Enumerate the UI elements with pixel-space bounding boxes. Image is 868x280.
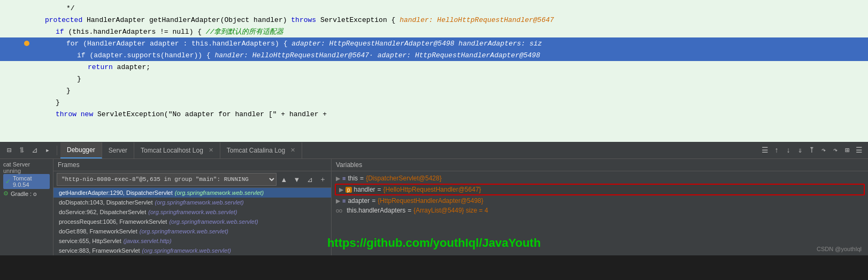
frame-class: (javax.servlet.http) <box>124 238 172 244</box>
variable-item[interactable]: oo this.handlerAdapters = {ArrayList@544… <box>332 206 868 215</box>
tab-tomcat-localhost-label: Tomcat Localhost Log <box>141 147 203 154</box>
var-equals: = <box>408 207 411 214</box>
table-icon[interactable]: ⊞ <box>841 145 853 156</box>
code-line: */ <box>0 2 868 14</box>
variables-list: ▶ ≡ this = {DispatcherServlet@5428} ▶ p … <box>332 171 868 255</box>
code-content: throw new ServletException("No adapter f… <box>32 110 327 118</box>
frame-class: (org.springframework.web.servlet) <box>169 218 258 225</box>
gradle-label: Gradle : o <box>11 191 36 197</box>
tab-tomcat-catalina[interactable]: Tomcat Catalina Log ✕ <box>220 142 302 158</box>
var-param-icon: p <box>345 187 352 193</box>
frame-item[interactable]: getHandlerAdapter:1290, DispatcherServle… <box>53 188 331 198</box>
var-field-icon: ≡ <box>342 175 345 181</box>
tab-tomcat-localhost-close[interactable]: ✕ <box>209 147 213 154</box>
frames-toolbar: "http-nio-8080-exec-8"@5,635 in group "m… <box>53 171 331 188</box>
code-line: throw new ServletException("No adapter f… <box>0 108 868 120</box>
main-content: cat Server unning ✓ Tomcat 9.0.54 ⚙ Grad… <box>0 159 868 255</box>
server-panel: cat Server unning ✓ Tomcat 9.0.54 ⚙ Grad… <box>0 159 53 255</box>
tab-server[interactable]: Server <box>102 142 134 158</box>
frame-item[interactable]: doService:962, DispatcherServlet (org.sp… <box>53 207 331 217</box>
frame-item[interactable]: doGet:898, FrameworkServlet (org.springf… <box>53 226 331 236</box>
code-line: return adapter; <box>0 61 868 73</box>
code-content: } <box>32 75 81 83</box>
thread-selector[interactable]: "http-nio-8080-exec-8"@5,635 in group "m… <box>57 173 276 186</box>
var-value: {HelloHttpRequestHandler@5647} <box>383 186 481 193</box>
code-line: } <box>0 96 868 108</box>
tomcat-label: Tomcat 9.0.54 <box>13 175 48 188</box>
frame-class: (org.springframework.web.servlet) <box>148 209 237 215</box>
line-dot-breakpoint <box>21 41 32 46</box>
code-line: if (this.handlerAdapters != null) { //拿到… <box>0 26 868 37</box>
code-editor: */ protected HandlerAdapter getHandlerAd… <box>0 0 868 142</box>
var-expand-arrow[interactable]: ▶ <box>336 175 340 182</box>
code-content: } <box>32 87 71 95</box>
tomcat-item[interactable]: ✓ Tomcat 9.0.54 <box>3 174 50 189</box>
tab-debugger-label: Debugger <box>67 146 95 154</box>
variable-item[interactable]: ▶ ≡ adapter = {HttpRequestHandlerAdapter… <box>332 196 868 206</box>
separator <box>57 146 57 155</box>
tab-debugger[interactable]: Debugger <box>60 142 102 158</box>
frame-filter-button[interactable]: ⊿ <box>304 174 315 185</box>
var-expand-arrow[interactable]: ▶ <box>339 186 343 193</box>
step-icon[interactable]: ⥮ <box>16 145 28 156</box>
debugger-panel: ⊟ ⥮ ⊿ ▸ Debugger Server Tomcat Localhost… <box>0 142 868 255</box>
gear-icon: ⚙ <box>3 190 9 197</box>
step-over-icon[interactable]: ↷ <box>829 145 841 156</box>
tab-tomcat-catalina-close[interactable]: ✕ <box>290 147 295 154</box>
download-icon[interactable]: ↓ <box>782 145 794 156</box>
more-icon[interactable]: ▸ <box>42 145 53 156</box>
tab-tomcat-localhost[interactable]: Tomcat Localhost Log ✕ <box>134 142 220 158</box>
code-line: protected HandlerAdapter getHandlerAdapt… <box>0 14 868 26</box>
var-equals: = <box>372 197 375 205</box>
frames-header: Frames <box>53 159 331 171</box>
code-line: } <box>0 73 868 85</box>
server-status-label: unning <box>3 168 50 174</box>
code-line-highlighted-2: if (adapter.supports(handler)) { handler… <box>0 49 868 61</box>
variables-panel: Variables ▶ ≡ this = {DispatcherServlet@… <box>332 159 868 255</box>
code-line: } <box>0 85 868 96</box>
frame-up-button[interactable]: ▲ <box>279 174 289 185</box>
frames-list: getHandlerAdapter:1290, DispatcherServle… <box>53 188 331 255</box>
var-equals: = <box>378 186 381 193</box>
frame-add-button[interactable]: ＋ <box>317 174 328 185</box>
var-name: this <box>348 175 358 182</box>
tab-server-label: Server <box>109 147 127 154</box>
frame-item[interactable]: processRequest:1006, FrameworkServlet (o… <box>53 217 331 226</box>
gradle-item[interactable]: ⚙ Gradle : o <box>3 189 50 198</box>
code-content: return adapter; <box>32 63 150 71</box>
frame-item[interactable]: doDispatch:1043, DispatcherServlet (org.… <box>53 198 331 207</box>
code-line-highlighted: for (HandlerAdapter adapter : this.handl… <box>0 37 868 49</box>
check-icon: ✓ <box>5 178 11 185</box>
var-equals: = <box>360 175 364 182</box>
frame-down-button[interactable]: ▼ <box>291 174 302 185</box>
debugger-toolbar: ⊟ ⥮ ⊿ ▸ Debugger Server Tomcat Localhost… <box>0 142 868 159</box>
variables-header: Variables <box>332 159 868 171</box>
var-value: {HttpRequestHandlerAdapter@5498} <box>378 197 483 205</box>
filter-icon[interactable]: ⊿ <box>29 145 41 156</box>
var-value: {ArrayList@5449} size = 4 <box>413 207 488 214</box>
frame-method: service:883, FrameworkServlet <box>59 247 140 254</box>
step-into-icon[interactable]: ↷ <box>818 145 829 156</box>
frame-item[interactable]: service:655, HttpServlet (javax.servlet.… <box>53 236 331 246</box>
restore-icon[interactable]: ↑ <box>771 145 782 156</box>
settings-icon[interactable]: ☰ <box>853 145 865 156</box>
frames-panel: Frames "http-nio-8080-exec-8"@5,635 in g… <box>53 159 332 255</box>
var-name: handler <box>354 186 375 193</box>
variable-item[interactable]: ▶ p handler = {HelloHttpRequestHandler@5… <box>335 184 865 195</box>
frame-class: (org.springframework.web.servlet) <box>140 228 228 234</box>
var-expand-arrow[interactable]: oo <box>336 207 342 214</box>
down-icon[interactable]: ⇓ <box>794 145 806 156</box>
server-name-label: cat Server <box>3 161 50 168</box>
frame-method: processRequest:1006, FrameworkServlet <box>59 218 167 225</box>
variable-item[interactable]: ▶ ≡ this = {DispatcherServlet@5428} <box>332 173 868 183</box>
pin-icon[interactable]: ☰ <box>759 145 771 156</box>
code-content: if (this.handlerAdapters != null) { //拿到… <box>32 27 283 36</box>
layout-icon[interactable]: ⊟ <box>3 145 15 156</box>
frame-method: doService:962, DispatcherServlet <box>59 209 146 215</box>
frame-method: doDispatch:1043, DispatcherServlet <box>59 199 152 206</box>
tabs-container: Debugger Server Tomcat Localhost Log ✕ T… <box>60 142 865 158</box>
var-expand-arrow[interactable]: ▶ <box>336 198 340 205</box>
code-content: */ <box>32 4 75 12</box>
up-icon[interactable]: ⤒ <box>806 145 818 156</box>
frame-item[interactable]: service:883, FrameworkServlet (org.sprin… <box>53 246 331 255</box>
